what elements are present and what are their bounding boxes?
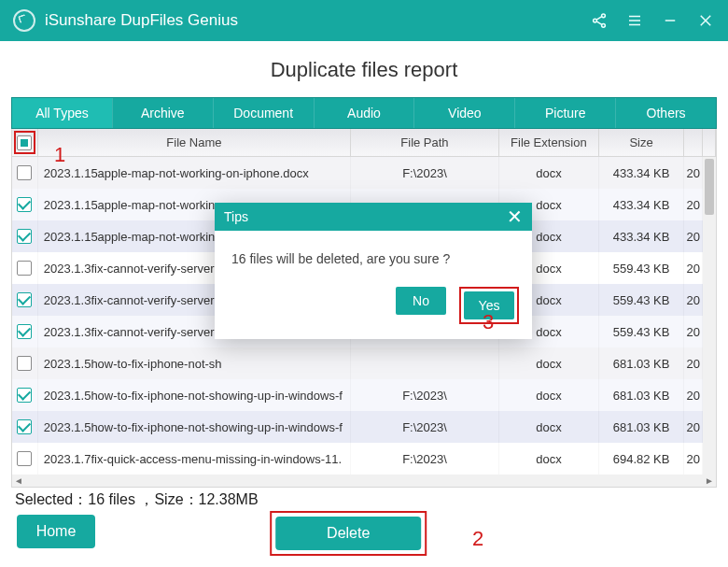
- cell-file-path: F:\2023\: [351, 379, 499, 411]
- tab-document[interactable]: Document: [213, 98, 314, 128]
- table-row[interactable]: 2023.1.5how-to-fix-iphone-not-showing-up…: [12, 379, 716, 411]
- dialog-close-icon[interactable]: ✕: [507, 207, 523, 226]
- annotation-box-3: Yes: [459, 287, 519, 324]
- delete-button[interactable]: Delete: [275, 517, 421, 550]
- bottom-bar: Home Delete: [0, 515, 728, 552]
- table-row[interactable]: 2023.1.5how-to-fix-iphone-not-showing-up…: [12, 411, 716, 443]
- cell-file-ext: docx: [499, 379, 599, 411]
- cell-tail: 20: [684, 252, 703, 284]
- menu-icon[interactable]: [625, 11, 644, 30]
- dialog-message: 16 files will be deleted, are you sure ?: [215, 231, 532, 277]
- table-row[interactable]: 2023.1.15apple-map-not-working-on-iphone…: [12, 157, 716, 189]
- cell-size: 433.34 KB: [599, 157, 684, 189]
- table-row[interactable]: 2023.1.5how-to-fix-iphone-not-shdocx681.…: [12, 347, 716, 379]
- cell-file-ext: docx: [499, 157, 599, 189]
- svg-point-1: [594, 19, 597, 22]
- cell-tail: 20: [684, 379, 703, 411]
- scrollbar-thumb[interactable]: [705, 159, 714, 215]
- col-file-path[interactable]: File Path: [351, 129, 499, 156]
- row-checkbox[interactable]: [17, 419, 32, 434]
- cell-file-name: 2023.1.5how-to-fix-iphone-not-showing-up…: [38, 411, 351, 443]
- cell-file-path: [351, 347, 499, 379]
- cell-size: 433.34 KB: [599, 220, 684, 252]
- row-checkbox[interactable]: [17, 356, 32, 371]
- cell-file-name: 2023.1.7fix-quick-access-menu-missing-in…: [38, 443, 351, 475]
- scroll-right-icon[interactable]: ►: [703, 475, 716, 487]
- annotation-box-1: [14, 131, 35, 154]
- col-size[interactable]: Size: [599, 129, 684, 156]
- cell-tail: 20: [684, 220, 703, 252]
- tab-video[interactable]: Video: [413, 98, 514, 128]
- col-scrollbar: [703, 129, 716, 156]
- svg-line-3: [596, 17, 602, 20]
- scroll-left-icon[interactable]: ◄: [12, 475, 25, 487]
- cell-file-path: F:\2023\: [351, 157, 499, 189]
- row-checkbox[interactable]: [17, 324, 32, 339]
- cell-size: 694.82 KB: [599, 443, 684, 475]
- tab-all-types[interactable]: All Types: [12, 98, 112, 128]
- cell-size: 559.43 KB: [599, 252, 684, 284]
- page-title: Duplicate files report: [0, 58, 728, 82]
- type-tabs: All Types Archive Document Audio Video P…: [11, 97, 717, 129]
- svg-point-0: [602, 14, 606, 18]
- cell-size: 433.34 KB: [599, 189, 684, 220]
- row-checkbox[interactable]: [17, 229, 32, 244]
- app-logo-icon: [13, 9, 35, 32]
- cell-tail: 20: [684, 347, 703, 379]
- cell-file-ext: docx: [499, 443, 599, 475]
- table-header: File Name File Path File Extension Size: [11, 129, 717, 157]
- cell-file-ext: docx: [499, 411, 599, 443]
- tab-picture[interactable]: Picture: [514, 98, 615, 128]
- row-checkbox[interactable]: [17, 165, 32, 180]
- cell-file-ext: docx: [499, 347, 599, 379]
- cell-file-name: 2023.1.5how-to-fix-iphone-not-sh: [38, 347, 351, 379]
- dialog-no-button[interactable]: No: [396, 287, 446, 315]
- titlebar: iSunshare DupFiles Genius: [0, 0, 728, 41]
- minimize-icon[interactable]: [661, 11, 679, 30]
- col-file-ext[interactable]: File Extension: [499, 129, 599, 156]
- table-row[interactable]: 2023.1.7fix-quick-access-menu-missing-in…: [12, 443, 716, 475]
- cell-size: 559.43 KB: [599, 284, 684, 316]
- close-icon[interactable]: [696, 11, 715, 30]
- annotation-box-2: Delete: [270, 511, 427, 556]
- cell-size: 681.03 KB: [599, 379, 684, 411]
- row-checkbox[interactable]: [17, 451, 32, 466]
- row-checkbox[interactable]: [17, 197, 32, 212]
- cell-tail: 20: [684, 316, 703, 347]
- cell-file-path: F:\2023\: [351, 443, 499, 475]
- selection-status: Selected：16 files ，Size：12.38MB: [15, 490, 713, 510]
- cell-tail: 20: [684, 411, 703, 443]
- cell-tail: 20: [684, 284, 703, 316]
- svg-line-4: [596, 21, 602, 24]
- dialog-title: Tips: [224, 209, 248, 224]
- cell-tail: 20: [684, 443, 703, 475]
- row-checkbox[interactable]: [17, 261, 32, 276]
- cell-size: 681.03 KB: [599, 347, 684, 379]
- row-checkbox[interactable]: [17, 388, 32, 403]
- cell-file-path: F:\2023\: [351, 411, 499, 443]
- tab-archive[interactable]: Archive: [112, 98, 213, 128]
- tab-audio[interactable]: Audio: [314, 98, 414, 128]
- horizontal-scrollbar[interactable]: ◄ ►: [11, 475, 717, 488]
- tips-dialog: Tips ✕ 16 files will be deleted, are you…: [215, 203, 532, 339]
- dialog-yes-button[interactable]: Yes: [464, 291, 514, 319]
- svg-point-2: [602, 23, 606, 27]
- cell-file-name: 2023.1.5how-to-fix-iphone-not-showing-up…: [38, 379, 351, 411]
- cell-file-name: 2023.1.15apple-map-not-working-on-iphone…: [38, 157, 351, 189]
- app-title: iSunshare DupFiles Genius: [45, 11, 238, 30]
- home-button[interactable]: Home: [17, 515, 95, 548]
- cell-size: 681.03 KB: [599, 411, 684, 443]
- vertical-scrollbar[interactable]: [703, 157, 716, 475]
- dialog-header[interactable]: Tips ✕: [215, 203, 532, 231]
- col-file-name[interactable]: File Name: [38, 129, 351, 156]
- col-extra: [684, 129, 703, 156]
- share-icon[interactable]: [590, 11, 609, 30]
- row-checkbox[interactable]: [17, 292, 32, 307]
- cell-tail: 20: [684, 189, 703, 220]
- cell-size: 559.43 KB: [599, 316, 684, 347]
- cell-tail: 20: [684, 157, 703, 189]
- tab-others[interactable]: Others: [615, 98, 716, 128]
